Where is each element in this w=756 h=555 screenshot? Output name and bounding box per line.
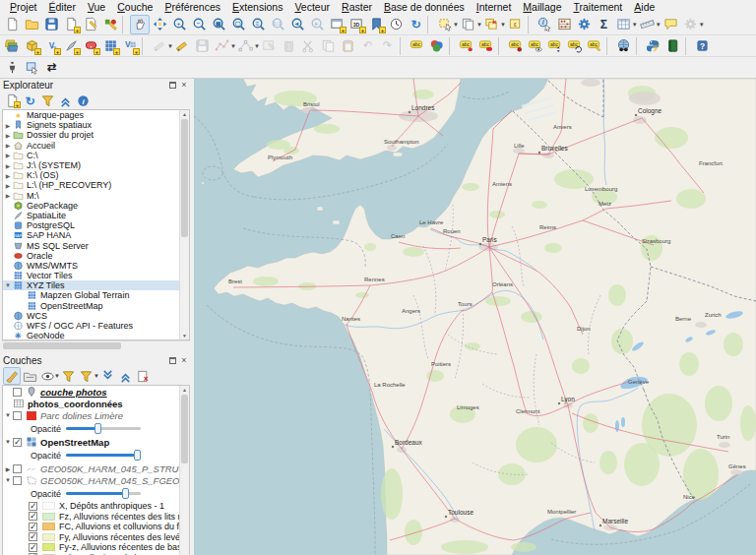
menu-pr-f-rences[interactable]: Préférences	[158, 1, 226, 13]
new-project-button[interactable]	[2, 15, 22, 34]
expander[interactable]: ▶	[3, 162, 13, 169]
legend-checkbox[interactable]	[29, 512, 37, 521]
add-mesh-layer-button[interactable]: +	[61, 36, 81, 56]
legend-checkbox[interactable]	[29, 502, 37, 511]
style-manager-button[interactable]	[100, 15, 120, 34]
opacity-slider[interactable]	[66, 450, 141, 461]
save-project-as-button[interactable]: +	[61, 15, 81, 34]
open-layer-styling-button[interactable]	[3, 367, 21, 385]
menu-maillage[interactable]: Maillage	[517, 1, 567, 13]
browser-item-wfs-ogc-api-features[interactable]: WFS / OGC API - Features	[3, 321, 189, 331]
new-map-view-button[interactable]: +	[327, 15, 346, 34]
rotate-label-button[interactable]: abc	[565, 36, 585, 56]
plugin-pin-tool-button[interactable]	[2, 58, 22, 78]
filter-legend-button[interactable]	[60, 367, 78, 385]
browser-item-postgresql[interactable]: PostgreSQL	[3, 220, 189, 230]
menu-raster[interactable]: Raster	[336, 1, 378, 13]
browser-item-m[interactable]: ▶M:\	[3, 191, 189, 201]
statistical-summary-button[interactable]: Σ	[595, 15, 614, 34]
refresh-map-button[interactable]: ↻	[406, 15, 425, 34]
menu-aide[interactable]: Aide	[628, 1, 661, 13]
browser-item-j-system[interactable]: ▶J:\ (SYSTEM)	[3, 160, 189, 170]
expander[interactable]: ▶	[3, 172, 13, 179]
legend-item[interactable]: Fy, Alluvions récentes des levées et mon…	[3, 532, 189, 543]
expander[interactable]: ▶	[3, 465, 13, 472]
browser-item-signets-spatiaux[interactable]: ▶Signets spatiaux	[3, 120, 189, 130]
browser-item-openstreetmap[interactable]: OpenStreetMap	[3, 301, 189, 311]
expander[interactable]: ▶	[3, 132, 13, 139]
layer-checkbox[interactable]	[13, 388, 22, 397]
legend-item[interactable]: Fz, Alluvions récentes des lits mineurs,…	[3, 512, 189, 523]
browser-item-k-os[interactable]: ▶K:\ (OS)	[3, 170, 189, 180]
expand-all-button[interactable]	[99, 367, 117, 385]
save-project-button[interactable]	[41, 15, 61, 34]
browser-vscrollbar[interactable]: ▲▼	[179, 110, 189, 339]
browser-item-spatialite[interactable]: SpatiaLite	[3, 211, 189, 220]
add-virtual-layer-button[interactable]: V+	[120, 36, 140, 56]
plugin-raster-select-button[interactable]	[22, 58, 41, 78]
browser-item-dossier-du-projet[interactable]: ▶Dossier du projet	[3, 130, 189, 140]
collapse-all-button[interactable]	[56, 92, 74, 109]
layer-row-openstreetmap[interactable]: ▼OpenStreetMap	[3, 436, 189, 448]
manage-map-themes-button[interactable]	[38, 367, 56, 385]
layer-checkbox[interactable]	[13, 411, 22, 420]
zoom-in-button[interactable]: +	[169, 15, 189, 34]
layer-row-couche-photos[interactable]: couche photos	[3, 386, 189, 398]
layer-checkbox[interactable]	[13, 438, 22, 447]
add-group-button[interactable]	[21, 367, 38, 385]
save-layer-edits-button[interactable]	[193, 36, 213, 56]
select-features-button[interactable]	[435, 15, 455, 34]
layers-close-button[interactable]: ×	[179, 356, 189, 366]
current-edits-button[interactable]	[150, 36, 169, 56]
layer-checkbox[interactable]	[13, 464, 22, 473]
add-selected-layers-button[interactable]: +	[3, 92, 21, 109]
redo-button[interactable]: ↷	[378, 36, 398, 56]
spatial-bookmarks-button[interactable]: +	[366, 15, 386, 34]
expander[interactable]: ▼	[3, 439, 13, 445]
layer-row-geo050k-harm-045-s-fgeol-2154[interactable]: ▼GEO050K_HARM_045_S_FGEOL_2154	[3, 474, 189, 486]
expander[interactable]: ▶	[3, 122, 13, 129]
move-label-button[interactable]: abc	[545, 36, 565, 56]
legend-item[interactable]: FC, Alluvions et colluvions du fond des …	[3, 522, 189, 532]
zoom-out-button[interactable]: −	[189, 15, 209, 34]
browser-item-l-hp-recovery[interactable]: ▶L:\ (HP_RECOVERY)	[3, 180, 189, 190]
add-delimited-text-layer-button[interactable]: ,+	[81, 36, 100, 56]
undo-button[interactable]: ↶	[358, 36, 378, 56]
temporal-controller-button[interactable]	[386, 15, 406, 34]
menu-traitement[interactable]: Traitement	[567, 1, 628, 13]
add-raster-layer-button[interactable]: V+	[41, 36, 61, 56]
toggle-label-visibility-button[interactable]: abc	[526, 36, 545, 56]
refresh-browser-button[interactable]: ↻	[21, 92, 38, 109]
browser-item-wcs[interactable]: WCS	[3, 311, 189, 321]
expander[interactable]: ▶	[3, 152, 13, 158]
layers-vscrollbar[interactable]: ▲▼	[179, 386, 189, 555]
opacity-slider[interactable]	[66, 488, 141, 499]
browser-item-sap-hana[interactable]: SAPSAP HANA	[3, 230, 189, 240]
copy-features-button[interactable]	[319, 36, 339, 56]
browser-item-geopackage[interactable]: GeoPackage	[3, 201, 189, 211]
browser-item-accueil[interactable]: ▶Accueil	[3, 141, 189, 151]
menu-couche[interactable]: Couche	[111, 1, 158, 13]
zoom-last-button[interactable]: ◂	[287, 15, 307, 34]
remove-layer-button[interactable]: ×	[135, 367, 153, 385]
legend-checkbox[interactable]	[29, 523, 37, 531]
map-canvas[interactable]: LondresBristolSouthamptonPlymouthLilleBr…	[194, 79, 756, 555]
layer-row-parc-dolines-lim-re[interactable]: ▼Parc dolines Limère	[3, 409, 189, 421]
deselect-all-button[interactable]: ×	[482, 15, 502, 34]
menu-extensions[interactable]: Extensions	[226, 1, 288, 13]
legend-checkbox[interactable]	[29, 543, 37, 552]
menu-vecteur[interactable]: Vecteur	[288, 1, 336, 13]
browser-item-c[interactable]: ▶C:\	[3, 151, 189, 160]
osgeo-help-button[interactable]	[663, 36, 683, 56]
zoom-full-button[interactable]: ▣	[209, 15, 228, 34]
layer-diagram-options-button[interactable]	[427, 36, 447, 56]
menu-projet[interactable]: Projet	[4, 1, 42, 13]
browser-item-vector-tiles[interactable]: Vector Tiles	[3, 271, 189, 280]
browser-item-geonode[interactable]: ✳GeoNode	[3, 331, 189, 340]
select-by-expression-button[interactable]: ε	[506, 15, 526, 34]
digitize-with-segment-button[interactable]	[213, 36, 232, 56]
identify-features-button[interactable]: i	[536, 15, 555, 34]
layer-row-geo050k-harm-045-p-struct-2154[interactable]: ▶GEO050K_HARM_045_P_STRUCT_2154	[3, 462, 189, 474]
field-calculator-button[interactable]	[555, 15, 575, 34]
expander[interactable]: ▼	[3, 477, 13, 483]
